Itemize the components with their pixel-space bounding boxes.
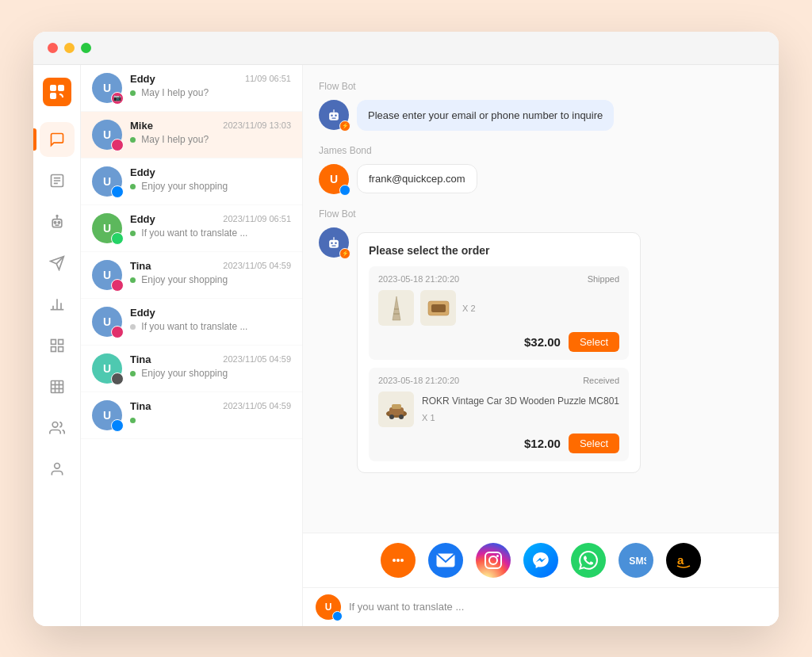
chat-preview-4: If you want to translate ... — [130, 227, 291, 239]
svg-text:a: a — [677, 553, 684, 567]
chat-info-5: Tina 2023/11/05 04:59 Enjoy your shoppin… — [130, 260, 291, 285]
nav-chart[interactable] — [40, 287, 75, 322]
avatar-5: U — [92, 260, 122, 290]
chat-name-3: Eddy — [130, 166, 155, 178]
chat-item-4[interactable]: U Eddy 2023/11/09 06:51 If you want to t… — [81, 205, 302, 252]
channel-instagram[interactable] — [476, 543, 511, 578]
chat-item-8[interactable]: U Tina 2023/11/05 04:59 — [81, 392, 302, 439]
chat-info-6: Eddy If you want to translate ... — [130, 307, 291, 332]
order-item-card-1: 2023-05-18 21:20:20 Shipped — [369, 266, 629, 360]
avatar-6: U — [92, 307, 122, 337]
order-meta-row-2: 2023-05-18 21:20:20 Received — [378, 376, 619, 385]
order-status-2: Received — [583, 376, 619, 385]
order-price-row-2: $12.00 Select — [378, 434, 619, 453]
chat-time-7: 2023/11/05 04:59 — [223, 354, 291, 364]
chat-item-2[interactable]: U Mike 2023/11/09 13:03 May I help you? — [81, 112, 302, 159]
chat-name-1: Eddy — [130, 73, 155, 85]
select-button-order-2[interactable]: Select — [569, 434, 619, 453]
product-count-2: X 1 — [422, 413, 435, 422]
order-date-1: 2023-05-18 21:20:20 — [378, 274, 459, 284]
message-bubble-1: Please enter your email or phone number … — [357, 100, 614, 132]
nav-team[interactable] — [40, 411, 75, 445]
chat-time-5: 2023/11/05 04:59 — [223, 261, 291, 270]
svg-point-35 — [335, 243, 337, 245]
channel-messenger[interactable] — [523, 543, 558, 578]
nav-grid[interactable] — [40, 328, 75, 363]
chat-item-3[interactable]: U Eddy Enjoy your shopping — [81, 159, 302, 205]
badge-messenger-3 — [111, 185, 124, 198]
channel-email[interactable] — [428, 543, 463, 578]
svg-rect-20 — [51, 346, 56, 351]
svg-marker-37 — [393, 296, 400, 320]
chat-messages: Flow Bot ⚡ Please ente — [303, 65, 779, 533]
badge-instagram-5 — [111, 279, 124, 292]
svg-rect-29 — [329, 112, 339, 120]
minimize-button[interactable] — [64, 43, 75, 53]
badge-email-7 — [111, 372, 124, 385]
chat-info-1: Eddy 11/09 06:51 May I help you? — [130, 73, 291, 98]
svg-rect-41 — [431, 304, 446, 312]
svg-point-53 — [496, 555, 499, 557]
nav-person[interactable] — [40, 452, 75, 487]
chat-item-5[interactable]: U Tina 2023/11/05 04:59 Enjoy your shopp… — [81, 252, 302, 299]
channel-sms[interactable]: SMS — [619, 543, 653, 578]
svg-point-34 — [331, 243, 333, 245]
nav-send[interactable] — [40, 246, 75, 281]
chat-item-1[interactable]: U 📷 Eddy 11/09 06:51 May I help you? — [81, 65, 302, 112]
sender-label-flowbot-2: Flow Bot — [319, 208, 763, 220]
svg-point-48 — [396, 559, 400, 562]
close-button[interactable] — [48, 43, 58, 53]
chat-name-4: Eddy — [130, 213, 155, 225]
avatar-2: U — [92, 120, 122, 150]
avatar-8: U — [92, 400, 122, 430]
app-window: U 📷 Eddy 11/09 06:51 May I help you? U — [33, 32, 779, 626]
svg-rect-19 — [58, 339, 63, 344]
chat-item-6[interactable]: U Eddy If you want to translate ... — [81, 299, 302, 346]
svg-point-30 — [331, 114, 333, 117]
chat-item-7[interactable]: U Tina 2023/11/05 04:59 Enjoy your shopp… — [81, 346, 302, 392]
chat-name-7: Tina — [130, 353, 151, 365]
svg-point-45 — [399, 414, 404, 419]
message-group-3: Flow Bot ⚡ — [319, 208, 763, 473]
svg-point-44 — [389, 414, 394, 419]
svg-point-11 — [56, 215, 58, 216]
chat-preview-7: Enjoy your shopping — [130, 368, 291, 379]
product-thumb-1b — [420, 290, 456, 326]
title-bar — [33, 32, 779, 65]
nav-bot[interactable] — [40, 204, 75, 239]
channel-amazon[interactable]: a — [666, 543, 701, 578]
message-row-3: ⚡ Please select the order 2023-05-18 21:… — [319, 227, 763, 473]
product-thumb-1a — [378, 290, 414, 326]
user-bubble-email: frank@quickcep.com — [357, 164, 477, 193]
chat-time-4: 2023/11/09 06:51 — [223, 214, 291, 223]
nav-grid2[interactable] — [40, 369, 75, 404]
bottom-avatar: U — [316, 594, 341, 620]
svg-rect-46 — [392, 404, 401, 409]
svg-point-31 — [335, 114, 337, 117]
channel-whatsapp[interactable] — [571, 543, 606, 578]
select-button-order-1[interactable]: Select — [569, 332, 619, 352]
chat-info-3: Eddy Enjoy your shopping — [130, 166, 291, 192]
chat-preview-6: If you want to translate ... — [130, 321, 291, 332]
chat-preview-2: May I help you? — [130, 134, 291, 145]
chat-info-8: Tina 2023/11/05 04:59 — [130, 400, 291, 426]
svg-rect-33 — [329, 240, 339, 248]
app-logo — [43, 78, 71, 106]
maximize-button[interactable] — [81, 43, 91, 53]
chat-preview-8 — [130, 414, 291, 426]
order-card-container: Please select the order 2023-05-18 21:20… — [357, 232, 641, 473]
nav-chat[interactable] — [40, 122, 75, 157]
sender-label-flowbot-1: Flow Bot — [319, 81, 763, 92]
order-products-row-1: X 2 — [378, 290, 619, 326]
avatar-3: U — [92, 166, 122, 197]
chat-time-1: 11/09 06:51 — [245, 74, 291, 83]
channel-chat-bubble[interactable] — [381, 543, 416, 578]
svg-point-47 — [393, 559, 396, 562]
svg-rect-22 — [51, 380, 63, 392]
svg-point-49 — [400, 559, 404, 562]
svg-point-9 — [58, 221, 60, 223]
nav-list[interactable] — [40, 163, 75, 198]
sender-label-james: James Bond — [319, 145, 763, 156]
bot-badge-2: ⚡ — [339, 248, 350, 259]
order-price-row-1: $32.00 Select — [378, 332, 619, 352]
